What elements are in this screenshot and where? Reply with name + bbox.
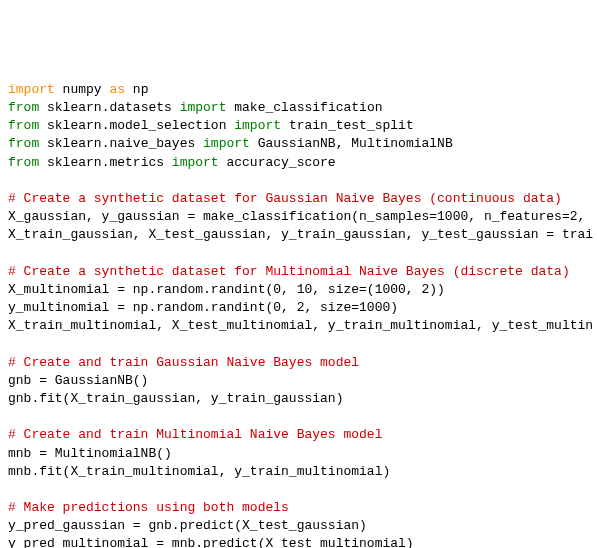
code-line [8, 244, 589, 262]
code-line: y_pred_gaussian = gnb.predict(X_test_gau… [8, 517, 589, 535]
code-line [8, 481, 589, 499]
code-line [8, 408, 589, 426]
code-line: from sklearn.datasets import make_classi… [8, 99, 589, 117]
comment-text: # Create a synthetic dataset for Multino… [8, 264, 570, 279]
code-token: sklearn.datasets [39, 100, 179, 115]
comment-text: # Create and train Multinomial Naive Bay… [8, 427, 382, 442]
code-line: from sklearn.model_selection import trai… [8, 117, 589, 135]
code-token: mnb = MultinomialNB() [8, 446, 172, 461]
code-token: GaussianNB, MultinomialNB [250, 136, 453, 151]
code-line: # Create and train Multinomial Naive Bay… [8, 426, 589, 444]
code-line: from sklearn.metrics import accuracy_sco… [8, 154, 589, 172]
code-token: from [8, 100, 39, 115]
code-token: X_gaussian, y_gaussian = make_classifica… [8, 209, 585, 224]
code-line: X_multinomial = np.random.randint(0, 10,… [8, 281, 589, 299]
code-line: # Make predictions using both models [8, 499, 589, 517]
code-token: np [125, 82, 148, 97]
code-line: mnb = MultinomialNB() [8, 445, 589, 463]
code-line: y_multinomial = np.random.randint(0, 2, … [8, 299, 589, 317]
code-line: gnb = GaussianNB() [8, 372, 589, 390]
code-line: X_train_gaussian, X_test_gaussian, y_tra… [8, 226, 589, 244]
code-token: from [8, 136, 39, 151]
code-line [8, 335, 589, 353]
code-token: X_train_gaussian, X_test_gaussian, y_tra… [8, 227, 593, 242]
code-token: import [234, 118, 281, 133]
code-token: gnb = GaussianNB() [8, 373, 148, 388]
code-line: y_pred_multinomial = mnb.predict(X_test_… [8, 535, 589, 548]
code-token: mnb.fit(X_train_multinomial, y_train_mul… [8, 464, 390, 479]
code-line: # Create and train Gaussian Naive Bayes … [8, 354, 589, 372]
code-token: import [172, 155, 219, 170]
code-token: gnb.fit(X_train_gaussian, y_train_gaussi… [8, 391, 343, 406]
code-token: sklearn.metrics [39, 155, 172, 170]
code-line: from sklearn.naive_bayes import Gaussian… [8, 135, 589, 153]
comment-text: # Create and train Gaussian Naive Bayes … [8, 355, 359, 370]
code-token: import [180, 100, 227, 115]
code-line: import numpy as np [8, 81, 589, 99]
code-token: import [203, 136, 250, 151]
comment-text: # Make predictions using both models [8, 500, 289, 515]
code-line: mnb.fit(X_train_multinomial, y_train_mul… [8, 463, 589, 481]
code-token: accuracy_score [219, 155, 336, 170]
code-token: from [8, 155, 39, 170]
code-line: # Create a synthetic dataset for Multino… [8, 263, 589, 281]
code-token: sklearn.naive_bayes [39, 136, 203, 151]
code-token: X_multinomial = np.random.randint(0, 10,… [8, 282, 445, 297]
code-token: as [109, 82, 125, 97]
code-line: X_gaussian, y_gaussian = make_classifica… [8, 208, 589, 226]
code-line [8, 172, 589, 190]
code-token: X_train_multinomial, X_test_multinomial,… [8, 318, 593, 333]
code-token: numpy [55, 82, 110, 97]
code-token: import [8, 82, 55, 97]
code-token: sklearn.model_selection [39, 118, 234, 133]
code-line: # Create a synthetic dataset for Gaussia… [8, 190, 589, 208]
code-token: train_test_split [281, 118, 414, 133]
code-token: make_classification [226, 100, 382, 115]
code-block: import numpy as npfrom sklearn.datasets … [8, 81, 589, 548]
code-token: y_multinomial = np.random.randint(0, 2, … [8, 300, 398, 315]
code-line: gnb.fit(X_train_gaussian, y_train_gaussi… [8, 390, 589, 408]
code-token: y_pred_gaussian = gnb.predict(X_test_gau… [8, 518, 367, 533]
code-token: y_pred_multinomial = mnb.predict(X_test_… [8, 536, 414, 548]
code-token: from [8, 118, 39, 133]
code-line: X_train_multinomial, X_test_multinomial,… [8, 317, 589, 335]
comment-text: # Create a synthetic dataset for Gaussia… [8, 191, 562, 206]
